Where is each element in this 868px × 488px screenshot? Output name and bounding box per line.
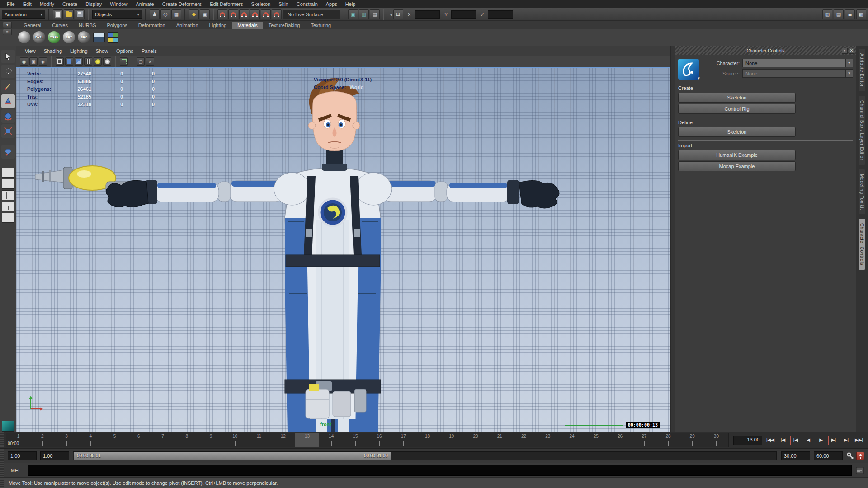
shelf-tab-materials[interactable]: Materials: [232, 22, 263, 29]
scale-tool[interactable]: [1, 124, 15, 138]
step-forward-frame-button[interactable]: ▶|: [841, 436, 852, 445]
playback-start-field[interactable]: 1.00: [40, 451, 69, 460]
shaded-display-icon[interactable]: [65, 57, 73, 66]
timeline-tick-17[interactable]: 17: [392, 433, 415, 447]
color-swatches-icon[interactable]: [108, 32, 118, 43]
playback-range-bar[interactable]: 00:00:00:01 00:00:01:00: [74, 452, 391, 460]
status-divider[interactable]: [184, 9, 187, 20]
define-skeleton-button[interactable]: Skeleton: [678, 127, 796, 137]
timeline-tick-21[interactable]: 21: [488, 433, 512, 447]
menu-skin[interactable]: Skin: [274, 0, 292, 8]
character-dropdown[interactable]: None ▼: [742, 59, 853, 67]
xray-display-icon[interactable]: ▢: [137, 57, 145, 66]
camera-attributes-icon[interactable]: ▣: [29, 57, 38, 66]
viewport-canvas[interactable]: Verts:2754800 Edges:5388500 Polygons:264…: [16, 68, 670, 432]
create-skeleton-button[interactable]: Skeleton: [678, 93, 796, 103]
persp-layout-thumbnail[interactable]: [2, 421, 14, 432]
status-divider[interactable]: [382, 9, 385, 20]
status-divider[interactable]: [47, 9, 51, 20]
construction-history-off-icon[interactable]: ▥: [359, 9, 369, 19]
timeline-ruler[interactable]: 00:00 1234567891011121314151617181920212…: [6, 433, 729, 447]
snap-to-point-icon[interactable]: [239, 9, 249, 19]
open-scene-icon[interactable]: [64, 9, 74, 19]
timeline-tick-20[interactable]: 20: [463, 433, 487, 447]
script-editor-icon[interactable]: [855, 466, 864, 475]
timeline-tick-8[interactable]: 8: [175, 433, 199, 447]
timeline-tick-16[interactable]: 16: [368, 433, 392, 447]
status-divider[interactable]: [212, 9, 215, 20]
outliner-pane-layout-button[interactable]: [2, 213, 14, 223]
panel-menu-options[interactable]: Options: [112, 48, 137, 54]
tool-settings-toggle-icon[interactable]: ≣: [845, 9, 855, 19]
selection-mask-dropdown[interactable]: Objects: [92, 10, 142, 19]
timeline-tick-15[interactable]: 15: [343, 433, 367, 447]
panel-menu-shading[interactable]: Shading: [40, 48, 66, 54]
menu-modify[interactable]: Modify: [36, 0, 58, 8]
menu-window[interactable]: Window: [106, 0, 132, 8]
step-back-key-button[interactable]: |◀: [790, 436, 801, 445]
go-to-end-button[interactable]: ▶▶|: [854, 436, 864, 445]
go-to-start-button[interactable]: |◀◀: [765, 436, 776, 445]
menu-animate[interactable]: Animate: [132, 0, 158, 8]
timeline-tick-22[interactable]: 22: [512, 433, 536, 447]
snap-to-view-plane-icon[interactable]: [261, 9, 271, 19]
move-tool[interactable]: [1, 94, 15, 108]
panel-menu-view[interactable]: View: [21, 48, 40, 54]
y-coordinate-input[interactable]: [451, 10, 476, 19]
paint-select-tool[interactable]: [1, 80, 15, 93]
timeline-tick-5[interactable]: 5: [103, 433, 127, 447]
two-pane-layout-button[interactable]: [2, 190, 14, 200]
shelf-tab-lighting[interactable]: Lighting: [204, 22, 232, 29]
menu-file[interactable]: File: [3, 0, 19, 8]
rotate-tool[interactable]: [1, 109, 15, 123]
shelf-tab-curves[interactable]: Curves: [47, 22, 73, 29]
film-gate-icon[interactable]: [84, 57, 92, 66]
select-camera-icon[interactable]: ◉: [20, 57, 28, 66]
timeline-tick-19[interactable]: 19: [439, 433, 463, 447]
timeline-tick-10[interactable]: 10: [223, 433, 247, 447]
status-divider[interactable]: [343, 9, 346, 20]
humanik-logo-icon[interactable]: [678, 59, 699, 80]
panel-menu-panels[interactable]: Panels: [137, 48, 161, 54]
menu-create[interactable]: Create: [58, 0, 81, 8]
shelf-tab-texturebaking[interactable]: TextureBaking: [263, 22, 306, 29]
timeline-tick-23[interactable]: 23: [536, 433, 560, 447]
tab-modeling-toolkit[interactable]: Modeling Toolkit: [859, 169, 865, 215]
lock-selection-icon[interactable]: ◆: [189, 9, 199, 19]
select-component-icon[interactable]: ▦: [171, 9, 181, 19]
status-divider[interactable]: [144, 9, 147, 20]
tab-attribute-editor[interactable]: Attribute Editor: [859, 49, 865, 91]
character-controls-titlebar[interactable]: Character Controls ▫ ✕: [675, 46, 856, 55]
tab-channel-box-layer-editor[interactable]: Channel Box / Layer Editor: [859, 96, 865, 165]
animation-start-field[interactable]: 1.00: [8, 451, 37, 460]
menu-constrain[interactable]: Constrain: [292, 0, 322, 8]
save-scene-icon[interactable]: [75, 9, 85, 19]
panel-menu-show[interactable]: Show: [92, 48, 113, 54]
command-line-grip[interactable]: [0, 463, 4, 477]
timeline-tick-6[interactable]: 6: [127, 433, 151, 447]
shelf-tab-nurbs[interactable]: NURBS: [73, 22, 102, 29]
render-settings-icon[interactable]: ▤: [370, 9, 380, 19]
shelf-tab-deformation[interactable]: Deformation: [133, 22, 171, 29]
shelf-menu-icon[interactable]: ≡: [3, 29, 12, 35]
make-live-icon[interactable]: [272, 9, 282, 19]
channel-box-toggle-icon[interactable]: ▩: [856, 9, 866, 19]
construction-history-on-icon[interactable]: ▣: [348, 9, 358, 19]
mocap-example-button[interactable]: Mocap Example: [678, 161, 796, 171]
shelf-tab-animation[interactable]: Animation: [171, 22, 204, 29]
menu-edit-deformers[interactable]: Edit Deformers: [206, 0, 247, 8]
timeline-tick-24[interactable]: 24: [560, 433, 584, 447]
shelf-tab-general[interactable]: General: [18, 22, 47, 29]
humanik-example-button[interactable]: HumanIK Example: [678, 150, 796, 160]
wireframe-display-icon[interactable]: [56, 57, 64, 66]
bookmark-icon[interactable]: ◈: [39, 57, 47, 66]
shelf-tab-arrow-icon[interactable]: ▾: [3, 22, 12, 28]
three-pane-layout-button[interactable]: [2, 202, 14, 211]
menu-set-dropdown[interactable]: Animation: [2, 10, 45, 19]
timeline-tick-14[interactable]: 14: [319, 433, 343, 447]
timeline-tick-26[interactable]: 26: [608, 433, 632, 447]
snap-to-curve-icon[interactable]: [228, 9, 238, 19]
z-coordinate-input[interactable]: [488, 10, 513, 19]
shelf-tab-texturing[interactable]: Texturing: [306, 22, 337, 29]
control-rig-button[interactable]: Control Rig: [678, 104, 796, 114]
